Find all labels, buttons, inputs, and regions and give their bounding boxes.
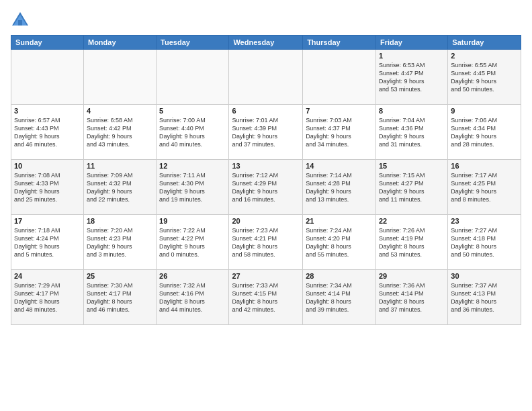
day-info: Sunrise: 7:27 AM Sunset: 4:18 PM Dayligh… [451,226,518,259]
day-number: 6 [232,107,300,115]
day-number: 27 [232,272,300,280]
day-number: 18 [87,217,153,225]
day-info: Sunrise: 7:32 AM Sunset: 4:16 PM Dayligh… [159,281,226,314]
weekday-header-row: SundayMondayTuesdayWednesdayThursdayFrid… [11,36,521,50]
day-cell: 1Sunrise: 6:53 AM Sunset: 4:47 PM Daylig… [375,50,447,105]
day-info: Sunrise: 7:15 AM Sunset: 4:27 PM Dayligh… [379,171,445,204]
weekday-header-tuesday: Tuesday [157,36,229,50]
day-cell [83,50,156,105]
day-info: Sunrise: 7:18 AM Sunset: 4:24 PM Dayligh… [14,226,81,259]
day-cell: 2Sunrise: 6:55 AM Sunset: 4:45 PM Daylig… [448,50,521,105]
day-number: 2 [451,52,518,60]
day-number: 28 [306,272,373,280]
week-row-3: 10Sunrise: 7:08 AM Sunset: 4:33 PM Dayli… [11,160,521,215]
day-cell [11,50,84,105]
day-cell: 27Sunrise: 7:33 AM Sunset: 4:15 PM Dayli… [229,270,303,325]
day-number: 23 [451,217,518,225]
day-info: Sunrise: 7:36 AM Sunset: 4:14 PM Dayligh… [379,281,445,314]
calendar-table: SundayMondayTuesdayWednesdayThursdayFrid… [11,35,521,325]
day-cell: 14Sunrise: 7:14 AM Sunset: 4:28 PM Dayli… [303,160,376,215]
day-number: 17 [14,217,81,225]
day-cell: 7Sunrise: 7:03 AM Sunset: 4:37 PM Daylig… [303,105,376,160]
day-number: 5 [159,107,226,115]
day-cell: 17Sunrise: 7:18 AM Sunset: 4:24 PM Dayli… [11,215,84,270]
day-number: 30 [451,272,518,280]
day-info: Sunrise: 7:11 AM Sunset: 4:30 PM Dayligh… [159,171,226,204]
day-number: 9 [451,107,518,115]
day-info: Sunrise: 6:55 AM Sunset: 4:45 PM Dayligh… [451,61,518,94]
day-cell: 23Sunrise: 7:27 AM Sunset: 4:18 PM Dayli… [448,215,521,270]
day-number: 20 [232,217,300,225]
day-number: 16 [451,162,518,170]
day-number: 19 [159,217,226,225]
day-info: Sunrise: 7:24 AM Sunset: 4:20 PM Dayligh… [306,226,373,259]
weekday-header-saturday: Saturday [448,36,521,50]
day-info: Sunrise: 6:53 AM Sunset: 4:47 PM Dayligh… [379,61,445,94]
day-cell: 16Sunrise: 7:17 AM Sunset: 4:25 PM Dayli… [448,160,521,215]
day-cell: 28Sunrise: 7:34 AM Sunset: 4:14 PM Dayli… [303,270,376,325]
day-cell: 4Sunrise: 6:58 AM Sunset: 4:42 PM Daylig… [83,105,156,160]
day-cell: 24Sunrise: 7:29 AM Sunset: 4:17 PM Dayli… [11,270,84,325]
day-info: Sunrise: 7:33 AM Sunset: 4:15 PM Dayligh… [232,281,300,314]
day-cell: 18Sunrise: 7:20 AM Sunset: 4:23 PM Dayli… [83,215,156,270]
day-info: Sunrise: 7:29 AM Sunset: 4:17 PM Dayligh… [14,281,81,314]
day-number: 10 [14,162,81,170]
day-cell: 21Sunrise: 7:24 AM Sunset: 4:20 PM Dayli… [303,215,376,270]
day-cell: 10Sunrise: 7:08 AM Sunset: 4:33 PM Dayli… [11,160,84,215]
day-cell: 5Sunrise: 7:00 AM Sunset: 4:40 PM Daylig… [157,105,229,160]
day-cell: 8Sunrise: 7:04 AM Sunset: 4:36 PM Daylig… [375,105,447,160]
weekday-header-sunday: Sunday [11,36,84,50]
day-number: 1 [379,52,445,60]
day-cell: 6Sunrise: 7:01 AM Sunset: 4:39 PM Daylig… [229,105,303,160]
day-cell: 26Sunrise: 7:32 AM Sunset: 4:16 PM Dayli… [157,270,229,325]
day-cell: 3Sunrise: 6:57 AM Sunset: 4:43 PM Daylig… [11,105,84,160]
day-number: 13 [232,162,300,170]
day-info: Sunrise: 7:34 AM Sunset: 4:14 PM Dayligh… [306,281,373,314]
day-number: 24 [14,272,81,280]
day-info: Sunrise: 7:20 AM Sunset: 4:23 PM Dayligh… [87,226,153,259]
week-row-4: 17Sunrise: 7:18 AM Sunset: 4:24 PM Dayli… [11,215,521,270]
day-info: Sunrise: 7:06 AM Sunset: 4:34 PM Dayligh… [451,116,518,149]
day-cell: 13Sunrise: 7:12 AM Sunset: 4:29 PM Dayli… [229,160,303,215]
week-row-1: 1Sunrise: 6:53 AM Sunset: 4:47 PM Daylig… [11,50,521,105]
day-info: Sunrise: 7:23 AM Sunset: 4:21 PM Dayligh… [232,226,300,259]
logo-icon [11,11,30,30]
day-cell: 11Sunrise: 7:09 AM Sunset: 4:32 PM Dayli… [83,160,156,215]
day-number: 4 [87,107,153,115]
day-number: 12 [159,162,226,170]
day-number: 3 [14,107,81,115]
weekday-header-thursday: Thursday [303,36,376,50]
day-info: Sunrise: 7:37 AM Sunset: 4:13 PM Dayligh… [451,281,518,314]
day-info: Sunrise: 7:17 AM Sunset: 4:25 PM Dayligh… [451,171,518,204]
day-number: 29 [379,272,445,280]
day-info: Sunrise: 7:08 AM Sunset: 4:33 PM Dayligh… [14,171,81,204]
day-info: Sunrise: 7:26 AM Sunset: 4:19 PM Dayligh… [379,226,445,259]
day-info: Sunrise: 6:58 AM Sunset: 4:42 PM Dayligh… [87,116,153,149]
day-number: 15 [379,162,445,170]
day-info: Sunrise: 7:14 AM Sunset: 4:28 PM Dayligh… [306,171,373,204]
weekday-header-friday: Friday [375,36,447,50]
day-cell: 15Sunrise: 7:15 AM Sunset: 4:27 PM Dayli… [375,160,447,215]
week-row-2: 3Sunrise: 6:57 AM Sunset: 4:43 PM Daylig… [11,105,521,160]
day-number: 22 [379,217,445,225]
day-info: Sunrise: 7:04 AM Sunset: 4:36 PM Dayligh… [379,116,445,149]
day-cell: 9Sunrise: 7:06 AM Sunset: 4:34 PM Daylig… [448,105,521,160]
day-info: Sunrise: 7:01 AM Sunset: 4:39 PM Dayligh… [232,116,300,149]
day-number: 25 [87,272,153,280]
day-info: Sunrise: 7:30 AM Sunset: 4:17 PM Dayligh… [87,281,153,314]
page: SundayMondayTuesdayWednesdayThursdayFrid… [0,0,532,411]
day-cell: 12Sunrise: 7:11 AM Sunset: 4:30 PM Dayli… [157,160,229,215]
day-info: Sunrise: 6:57 AM Sunset: 4:43 PM Dayligh… [14,116,81,149]
day-info: Sunrise: 7:12 AM Sunset: 4:29 PM Dayligh… [232,171,300,204]
header [11,11,521,30]
day-info: Sunrise: 7:09 AM Sunset: 4:32 PM Dayligh… [87,171,153,204]
day-number: 11 [87,162,153,170]
day-number: 8 [379,107,445,115]
day-number: 7 [306,107,373,115]
day-number: 14 [306,162,373,170]
day-cell: 20Sunrise: 7:23 AM Sunset: 4:21 PM Dayli… [229,215,303,270]
day-cell: 25Sunrise: 7:30 AM Sunset: 4:17 PM Dayli… [83,270,156,325]
day-info: Sunrise: 7:22 AM Sunset: 4:22 PM Dayligh… [159,226,226,259]
svg-rect-2 [18,20,22,26]
day-cell [303,50,376,105]
